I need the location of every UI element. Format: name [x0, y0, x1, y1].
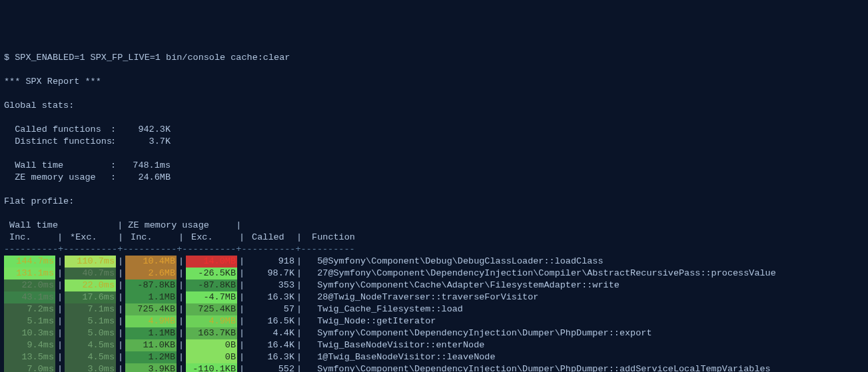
wall-time-value: 748.1ms: [124, 160, 171, 172]
cell-inc1: 5.1ms: [4, 315, 55, 327]
ze-memory-value: 24.6MB: [124, 172, 171, 184]
table-row: 5.1ms|5.1ms|4.9MB|4.9MB|16.5K| Twig_Node…: [4, 315, 864, 327]
table-row: 9.4ms|4.5ms|11.0KB|0B|16.4K| Twig_BaseNo…: [4, 339, 864, 351]
cell-inc2: 4.9MB: [125, 315, 177, 327]
cell-function: 27@Symfony\Component\DependencyInjection…: [314, 268, 776, 279]
report-title: *** SPX Report ***: [4, 77, 101, 87]
cell-exc1: 5.0ms: [65, 327, 116, 339]
profile-rows: 144.7ms|110.7ms|10.4MB|14.0MB|918| 5@Sym…: [4, 256, 864, 372]
cell-inc1: 7.2ms: [4, 303, 55, 315]
cell-exc1: 4.5ms: [65, 351, 116, 363]
table-row: 7.2ms|7.1ms|725.4KB|725.4KB|57| Twig_Cac…: [4, 303, 864, 315]
cell-exc2: 163.7KB: [186, 327, 237, 339]
cell-called: 57: [246, 303, 294, 315]
global-stats-label: Global stats:: [4, 100, 74, 110]
cell-exc1: 5.1ms: [65, 315, 116, 327]
cell-exc2: 0B: [186, 351, 237, 363]
cell-function: Symfony\Component\Cache\Adapter\Filesyst…: [314, 279, 620, 291]
table-row: 131.1ms|40.7ms|2.6MB|-26.5KB|98.7K| 27@S…: [4, 268, 864, 279]
table-row: 7.0ms|3.0ms|3.9KB|-110.1KB|552| Symfony\…: [4, 363, 864, 372]
cell-inc1: 22.0ms: [4, 279, 55, 291]
cell-exc1: 22.0ms: [65, 279, 116, 291]
cell-exc2: 725.4KB: [186, 303, 237, 315]
cell-exc2: -87.8KB: [186, 279, 237, 291]
cell-exc1: 4.5ms: [65, 339, 116, 351]
table-row: 10.3ms|5.0ms|1.1MB|163.7KB|4.4K| Symfony…: [4, 327, 864, 339]
cell-function: Twig_BaseNodeVisitor::enterNode: [314, 339, 484, 351]
table-row: 22.0ms|22.0ms|-87.8KB|-87.8KB|353| Symfo…: [4, 279, 864, 291]
cell-exc2: -4.7MB: [186, 291, 237, 303]
header-columns-row: Inc. | *Exc. | Inc. | Exc. | Called | Fu…: [4, 232, 355, 242]
cell-inc2: -87.8KB: [125, 279, 177, 291]
cell-inc1: 9.4ms: [4, 339, 55, 351]
command-line: $ SPX_ENABLED=1 SPX_FP_LIVE=1 bin/consol…: [4, 53, 290, 63]
cell-inc1: 131.1ms: [4, 268, 55, 279]
cell-inc2: 1.1MB: [125, 291, 177, 303]
cell-inc1: 7.0ms: [4, 363, 55, 372]
cell-called: 98.7K: [246, 268, 294, 279]
wall-time-label: Wall time: [4, 160, 111, 172]
cell-exc1: 17.6ms: [65, 291, 116, 303]
cell-exc2: -26.5KB: [186, 268, 237, 279]
cell-function: Twig_Cache_Filesystem::load: [314, 303, 463, 315]
cell-inc2: 725.4KB: [125, 303, 177, 315]
ze-memory-label: ZE memory usage: [4, 172, 111, 184]
cell-inc2: 3.9KB: [125, 363, 177, 372]
cell-inc2: 10.4MB: [125, 256, 177, 268]
terminal[interactable]: $ SPX_ENABLED=1 SPX_FP_LIVE=1 bin/consol…: [4, 52, 864, 372]
cell-function: Symfony\Component\DependencyInjection\Du…: [314, 363, 771, 372]
cell-function: 28@Twig_NodeTraverser::traverseForVisito…: [314, 291, 538, 303]
cell-inc1: 43.1ms: [4, 291, 55, 303]
cell-called: 4.4K: [246, 327, 294, 339]
flat-profile-label: Flat profile:: [4, 196, 74, 206]
cell-exc1: 40.7ms: [65, 268, 116, 279]
cell-function: Twig_Node::getIterator: [314, 315, 436, 327]
cell-exc2: -110.1KB: [186, 363, 237, 372]
cell-exc2: 4.9MB: [186, 315, 237, 327]
table-row: 13.5ms|4.5ms|1.2MB|0B|16.3K| 1@Twig_Base…: [4, 351, 864, 363]
table-row: 144.7ms|110.7ms|10.4MB|14.0MB|918| 5@Sym…: [4, 256, 864, 268]
cell-inc2: 1.1MB: [125, 327, 177, 339]
separator-row: ----------+----------+----------+-------…: [4, 244, 355, 254]
cell-exc2: 0B: [186, 339, 237, 351]
distinct-functions-value: 3.7K: [124, 136, 171, 148]
table-row: 43.1ms|17.6ms|1.1MB|-4.7MB|16.3K| 28@Twi…: [4, 291, 864, 303]
cell-function: Symfony\Component\DependencyInjection\Du…: [314, 327, 651, 339]
cell-function: 5@Symfony\Component\Debug\DebugClassLoad…: [314, 256, 603, 268]
cell-called: 16.5K: [246, 315, 294, 327]
cell-inc2: 11.0KB: [125, 339, 177, 351]
cell-inc1: 144.7ms: [4, 256, 55, 268]
called-functions-value: 942.3K: [124, 124, 171, 136]
cell-called: 16.3K: [246, 351, 294, 363]
cell-inc1: 13.5ms: [4, 351, 55, 363]
called-functions-label: Called functions: [4, 124, 111, 136]
cell-exc1: 3.0ms: [65, 363, 116, 372]
header-group-row: Wall time | ZE memory usage |: [4, 220, 241, 230]
cell-exc1: 7.1ms: [65, 303, 116, 315]
cell-inc1: 10.3ms: [4, 327, 55, 339]
distinct-functions-label: Distinct functions: [4, 136, 111, 148]
cell-exc2: 14.0MB: [186, 256, 237, 268]
cell-called: 353: [246, 279, 294, 291]
cell-inc2: 1.2MB: [125, 351, 177, 363]
cell-called: 918: [246, 256, 294, 268]
cell-called: 16.4K: [246, 339, 294, 351]
cell-called: 16.3K: [246, 291, 294, 303]
cell-inc2: 2.6MB: [125, 268, 177, 279]
cell-function: 1@Twig_BaseNodeVisitor::leaveNode: [314, 351, 495, 363]
cell-called: 552: [246, 363, 294, 372]
cell-exc1: 110.7ms: [65, 256, 116, 268]
